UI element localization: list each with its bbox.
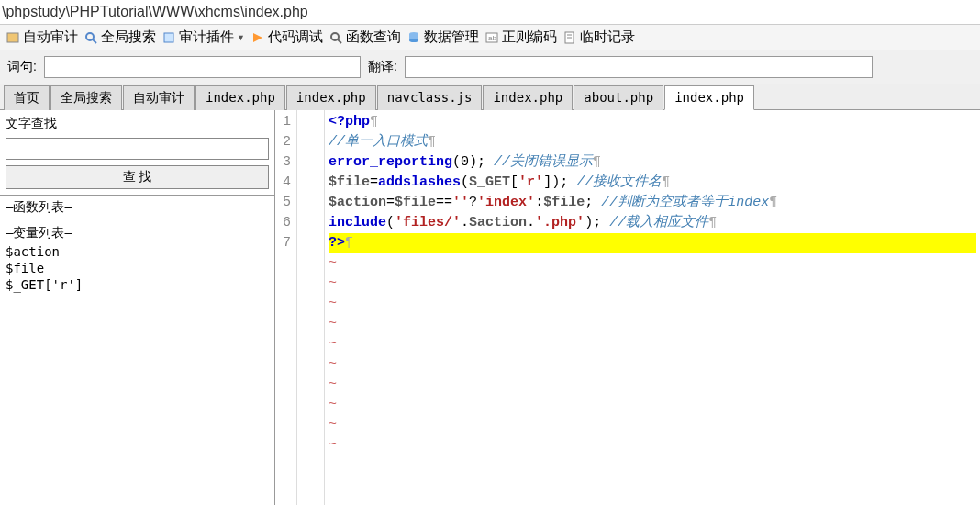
svg-rect-0 <box>7 33 18 42</box>
empty-line: ~ <box>329 294 976 314</box>
tab[interactable]: about.php <box>574 85 663 110</box>
regex-encode-button[interactable]: ab 正则编码 <box>484 28 557 46</box>
find-button[interactable]: 查 找 <box>6 165 269 189</box>
var-list-item[interactable]: $action <box>6 243 269 260</box>
code-line[interactable]: //单一入口模式¶ <box>329 132 976 152</box>
svg-point-5 <box>331 33 339 40</box>
left-pane: 文字查找 查 找 —函数列表— —变量列表— $action$file$_GET… <box>0 110 275 505</box>
database-icon <box>406 30 421 45</box>
empty-line: ~ <box>329 253 976 274</box>
empty-line: ~ <box>329 415 976 435</box>
code-line[interactable]: error_reporting(0); //关闭错误显示¶ <box>329 152 976 173</box>
code-line[interactable]: <?php¶ <box>329 112 976 132</box>
tab[interactable]: index.php <box>195 85 285 110</box>
svg-text:ab: ab <box>488 34 496 42</box>
empty-line: ~ <box>329 435 976 455</box>
line-number-gutter: 1234567 <box>275 110 297 505</box>
code-line[interactable]: include('files/'.$action.'.php'); //载入相应… <box>329 213 976 233</box>
svg-marker-4 <box>253 33 262 42</box>
svg-point-9 <box>409 39 418 42</box>
var-list-item[interactable]: $file <box>6 260 269 276</box>
func-query-button[interactable]: 函数查询 <box>329 28 401 46</box>
tab[interactable]: index.php <box>664 85 754 110</box>
global-search-label: 全局搜索 <box>101 28 156 46</box>
translate-input[interactable] <box>405 56 873 78</box>
empty-line: ~ <box>329 334 976 354</box>
find-title: 文字查找 <box>6 116 269 132</box>
translate-label: 翻译: <box>368 59 397 75</box>
file-path: \phpstudy\PHPTutorial\WWW\xhcms\index.ph… <box>0 0 980 25</box>
var-list-header: —变量列表— <box>6 225 269 241</box>
main-toolbar: 自动审计 全局搜索 审计插件 ▼ 代码调试 函数查询 数据管理 ab <box>0 25 980 50</box>
audit-plugin-label: 审计插件 <box>179 28 234 46</box>
code-line[interactable]: ?>¶ <box>329 233 976 253</box>
var-list-section: —变量列表— $action$file$_GET['r'] <box>0 221 274 297</box>
find-panel: 文字查找 查 找 <box>0 110 274 196</box>
regex-icon: ab <box>484 30 499 45</box>
audit-plugin-button[interactable]: 审计插件 ▼ <box>161 28 245 46</box>
search-icon <box>84 30 98 45</box>
data-mgmt-button[interactable]: 数据管理 <box>406 28 479 46</box>
plugin-icon <box>161 30 176 45</box>
audit-icon <box>6 30 20 45</box>
var-list-item[interactable]: $_GET['r'] <box>6 276 269 293</box>
tab[interactable]: index.php <box>483 85 573 110</box>
search-bar: 词句: 翻译: <box>0 50 980 84</box>
empty-line: ~ <box>329 354 976 375</box>
temp-log-button[interactable]: 临时记录 <box>562 28 635 46</box>
code-body[interactable]: <?php¶//单一入口模式¶error_reporting(0); //关闭错… <box>325 110 980 505</box>
func-list-section: —函数列表— <box>0 196 274 221</box>
func-query-label: 函数查询 <box>346 28 401 46</box>
global-search-button[interactable]: 全局搜索 <box>84 28 156 46</box>
svg-point-1 <box>86 33 94 40</box>
note-icon <box>562 30 577 45</box>
empty-line: ~ <box>329 314 976 334</box>
tab[interactable]: 自动审计 <box>123 85 195 110</box>
func-list-header: —函数列表— <box>6 199 269 216</box>
word-label: 词句: <box>7 59 37 75</box>
svg-line-6 <box>338 39 341 43</box>
empty-line: ~ <box>329 375 976 395</box>
regex-encode-label: 正则编码 <box>502 28 557 46</box>
tab[interactable]: index.php <box>286 85 376 110</box>
tab[interactable]: 首页 <box>4 85 50 110</box>
svg-rect-3 <box>164 33 173 42</box>
code-debug-label: 代码调试 <box>268 28 323 46</box>
empty-line: ~ <box>329 395 976 415</box>
tab[interactable]: navclass.js <box>377 85 483 110</box>
empty-line: ~ <box>329 274 976 294</box>
code-line[interactable]: $action=$file==''?'index':$file; //判断为空或… <box>329 193 976 213</box>
data-mgmt-label: 数据管理 <box>424 28 479 46</box>
main-area: 文字查找 查 找 —函数列表— —变量列表— $action$file$_GET… <box>0 110 980 505</box>
chevron-down-icon: ▼ <box>237 33 245 42</box>
temp-log-label: 临时记录 <box>580 28 635 46</box>
svg-line-2 <box>93 39 96 43</box>
code-debug-button[interactable]: 代码调试 <box>251 28 323 46</box>
query-icon <box>329 30 343 45</box>
code-line[interactable]: $file=addslashes($_GET['r']); //接收文件名¶ <box>329 173 976 193</box>
editor-pane[interactable]: 1234567 <?php¶//单一入口模式¶error_reporting(0… <box>275 110 980 505</box>
auto-audit-button[interactable]: 自动审计 <box>6 28 78 46</box>
word-input[interactable] <box>44 56 361 78</box>
tab-strip: 首页全局搜索自动审计index.phpindex.phpnavclass.jsi… <box>0 84 980 110</box>
tab[interactable]: 全局搜索 <box>50 85 122 110</box>
fold-gutter <box>297 110 325 505</box>
find-input[interactable] <box>6 138 269 160</box>
auto-audit-label: 自动审计 <box>23 28 78 46</box>
debug-icon <box>251 30 265 45</box>
